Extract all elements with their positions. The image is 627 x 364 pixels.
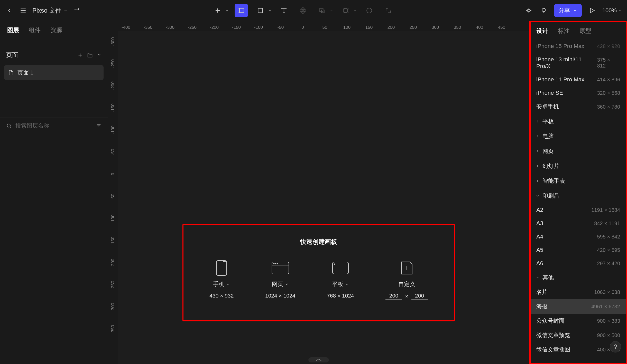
- category-header[interactable]: 平板: [531, 114, 626, 129]
- chevron-right-icon: [536, 149, 539, 153]
- tab-components[interactable]: 组件: [29, 26, 41, 34]
- zoom-dropdown[interactable]: 100%: [602, 7, 622, 14]
- pages-header: 页面: [0, 47, 108, 63]
- sync-button[interactable]: [72, 6, 81, 15]
- bottom-panel-handle[interactable]: [308, 357, 329, 362]
- ruler-tick: 350: [454, 25, 461, 30]
- frame-preset[interactable]: iPhone 13 mini/11 Pro/X375 × 812: [531, 53, 626, 73]
- preset-web[interactable]: 网页 1024 × 1024: [265, 260, 295, 300]
- custom-width[interactable]: 200: [385, 293, 402, 300]
- preset-tablet[interactable]: 平板 768 × 1024: [327, 260, 354, 300]
- frame-preset[interactable]: A3842 × 1191: [531, 217, 626, 230]
- frame-preset[interactable]: A4595 × 842: [531, 230, 626, 243]
- category-header[interactable]: 印刷品: [531, 188, 626, 203]
- tab-prototype[interactable]: 原型: [579, 27, 591, 35]
- preset-dim: 430 × 932: [209, 293, 234, 299]
- plugins-button[interactable]: [524, 6, 533, 15]
- add-page-icon[interactable]: [77, 52, 83, 58]
- preset-name: A2: [536, 207, 543, 213]
- tab-layers[interactable]: 图层: [7, 26, 19, 34]
- preset-dim: 375 × 812: [597, 57, 620, 69]
- ruler-tick: 100: [110, 215, 116, 222]
- frame-preset[interactable]: 名片1063 × 638: [531, 285, 626, 299]
- category-header[interactable]: 网页: [531, 144, 626, 159]
- category-header[interactable]: 电脑: [531, 129, 626, 144]
- toolbar-left: Pixso 文件: [5, 6, 81, 15]
- layer-search: [0, 118, 108, 134]
- hint-button[interactable]: [539, 6, 548, 15]
- tab-annotate[interactable]: 标注: [558, 27, 570, 35]
- play-button[interactable]: [587, 6, 597, 15]
- preset-name: 海报: [536, 303, 548, 310]
- frame-preset[interactable]: 安卓手机360 × 780: [531, 100, 626, 114]
- pages-label: 页面: [6, 51, 18, 59]
- svg-point-46: [334, 264, 335, 265]
- preset-name: A3: [536, 220, 543, 227]
- shape-tool[interactable]: [254, 4, 272, 17]
- toolbar-center: [81, 4, 524, 17]
- chevron-down-icon[interactable]: [97, 52, 102, 57]
- folder-icon[interactable]: [87, 52, 93, 58]
- file-title-text: Pixso 文件: [32, 6, 61, 15]
- frame-preset[interactable]: A5420 × 595: [531, 243, 626, 257]
- svg-rect-19: [347, 8, 348, 9]
- ruler-tick: -350: [144, 25, 152, 30]
- preset-dim: 900 × 500: [597, 332, 620, 338]
- chevron-right-icon: [536, 164, 539, 168]
- add-tool[interactable]: [211, 4, 229, 17]
- canvas[interactable]: -400-350-300-250-200-150-100-50050100150…: [108, 21, 529, 364]
- ruler-tick: 50: [322, 25, 327, 30]
- frame-preset[interactable]: A21191 × 1684: [531, 203, 626, 217]
- frame-preset[interactable]: iPhone 15 Pro Max428 × 920: [531, 40, 626, 53]
- preset-dim: 900 × 383: [597, 318, 620, 324]
- preset-name: 安卓手机: [536, 103, 559, 111]
- svg-point-44: [277, 263, 278, 264]
- preset-phone[interactable]: 手机 430 × 932: [209, 260, 234, 300]
- zoom-value: 100%: [602, 7, 617, 14]
- preset-name: 名片: [536, 288, 548, 296]
- component-tool[interactable]: [296, 4, 310, 17]
- svg-rect-12: [302, 7, 304, 10]
- ruler-tick: -150: [232, 25, 241, 30]
- preset-custom[interactable]: 自定义 200 × 200: [385, 260, 428, 300]
- ruler-tick: 150: [365, 25, 373, 30]
- category-header[interactable]: 智能手表: [531, 174, 626, 188]
- frame-preset[interactable]: iPhone SE320 × 568: [531, 86, 626, 100]
- page-item[interactable]: 页面 1: [4, 65, 104, 80]
- frame-preset[interactable]: 海报4961 × 6732: [531, 299, 626, 314]
- preset-name: 微信文章预览: [536, 331, 570, 339]
- frame-preset[interactable]: iPhone 11 Pro Max414 × 896: [531, 73, 626, 86]
- back-button[interactable]: [5, 6, 14, 15]
- help-button[interactable]: ?: [610, 341, 621, 352]
- file-title-dropdown[interactable]: Pixso 文件: [32, 6, 68, 15]
- ellipse-tool[interactable]: [363, 4, 376, 17]
- chevron-down-icon: [345, 282, 349, 286]
- frame-tool[interactable]: [235, 4, 248, 17]
- text-tool[interactable]: [277, 4, 291, 17]
- filter-icon[interactable]: [96, 123, 102, 129]
- category-header[interactable]: 幻灯片: [531, 159, 626, 174]
- vector-tool[interactable]: [339, 4, 357, 17]
- ruler-tick: 50: [110, 194, 116, 199]
- frame-preset[interactable]: 公众号封面900 × 383: [531, 314, 626, 328]
- chevron-down-icon: [63, 8, 68, 13]
- share-button[interactable]: 分享: [554, 4, 582, 17]
- search-input[interactable]: [15, 122, 92, 129]
- frame-preset[interactable]: A6297 × 420: [531, 257, 626, 270]
- preset-name: iPhone 13 mini/11 Pro/X: [536, 56, 597, 70]
- menu-button[interactable]: [19, 6, 28, 15]
- svg-rect-18: [343, 8, 344, 9]
- page-name: 页面 1: [17, 69, 33, 76]
- category-header[interactable]: 其他: [531, 270, 626, 285]
- custom-height[interactable]: 200: [411, 293, 428, 300]
- frame-preset[interactable]: 微信文章预览900 × 500: [531, 328, 626, 342]
- boolean-tool[interactable]: [315, 4, 333, 17]
- svg-rect-38: [216, 261, 227, 275]
- corner-tool[interactable]: [382, 4, 395, 17]
- tab-design[interactable]: 设计: [536, 27, 548, 35]
- ruler-tick: 400: [476, 25, 483, 30]
- tab-assets[interactable]: 资源: [50, 26, 62, 34]
- chevron-down-icon: [226, 282, 230, 286]
- preset-name: iPhone 11 Pro Max: [536, 76, 584, 83]
- ruler-tick: 0: [301, 25, 304, 30]
